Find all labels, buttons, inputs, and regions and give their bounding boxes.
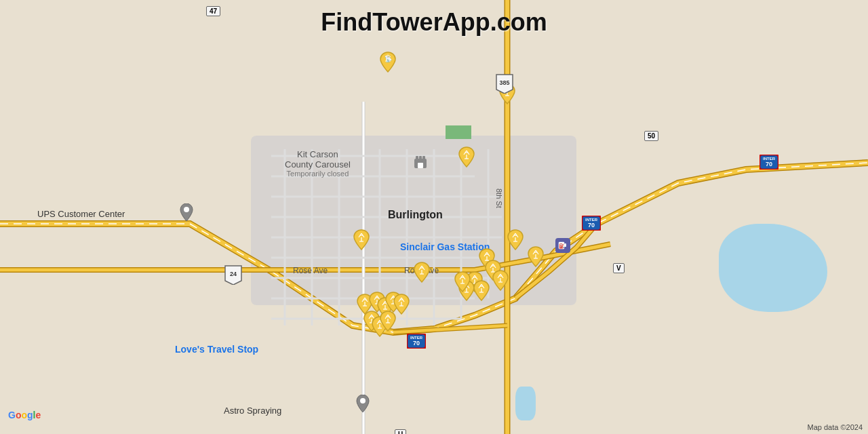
badge-u: U	[395, 427, 406, 434]
road-layer	[0, 0, 868, 434]
badge-50: 50	[644, 129, 658, 141]
tower-marker-22[interactable]	[507, 229, 524, 251]
svg-text:70: 70	[766, 161, 772, 167]
tower-marker-7[interactable]	[492, 270, 509, 292]
svg-text:385: 385	[499, 79, 509, 86]
badge-24: 24	[224, 264, 243, 288]
svg-rect-15	[419, 156, 422, 160]
tower-marker-20[interactable]	[379, 311, 397, 332]
tower-marker-12[interactable]	[454, 271, 471, 293]
site-title: FindTowerApp.com	[321, 8, 547, 37]
svg-text:70: 70	[588, 222, 595, 229]
google-logo: Google	[8, 410, 41, 420]
svg-rect-14	[416, 156, 418, 160]
badge-i70-b: INTER 70	[760, 155, 778, 172]
badge-i70-c: INTER 70	[407, 334, 426, 351]
tower-marker-11[interactable]	[473, 280, 490, 302]
badge-47: 47	[206, 4, 220, 16]
svg-text:⛽: ⛽	[559, 243, 565, 249]
tower-marker-21[interactable]	[527, 246, 545, 268]
badge-i70-a: INTER 70	[582, 216, 601, 233]
kit-carson-pin	[413, 155, 428, 174]
map-container: FindTowerApp.com Burlington Kit CarsonCo…	[0, 0, 868, 434]
svg-rect-16	[422, 156, 425, 160]
ups-pin	[179, 203, 194, 225]
svg-point-18	[360, 398, 366, 403]
astro-pin	[355, 395, 370, 416]
map-attribution: Map data ©2024	[808, 423, 863, 431]
badge-v: V	[613, 261, 625, 273]
tower-marker-1[interactable]: 📡	[379, 52, 397, 73]
svg-text:70: 70	[413, 340, 420, 347]
svg-point-12	[184, 207, 189, 212]
gas-station-marker[interactable]: ⛽	[555, 238, 570, 253]
tower-marker-8[interactable]	[413, 262, 431, 283]
tower-marker-3[interactable]	[458, 146, 475, 168]
svg-text:24: 24	[230, 271, 237, 277]
badge-385: 385	[495, 73, 514, 96]
tower-marker-4[interactable]	[353, 229, 370, 251]
svg-rect-17	[418, 163, 423, 168]
